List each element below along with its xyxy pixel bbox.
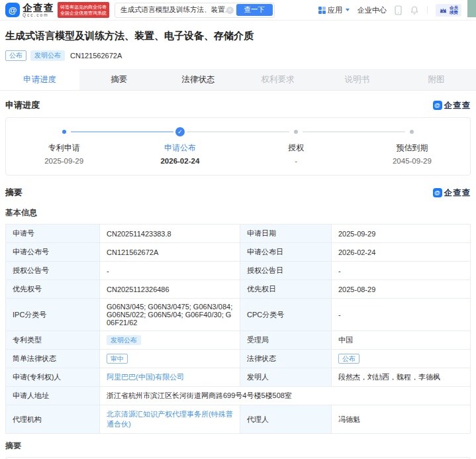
field-label: 申请号 — [6, 225, 100, 243]
tab-legal-status[interactable]: 法律状态 — [159, 69, 238, 90]
field-label: 代理机构 — [6, 405, 100, 434]
chevron-down-icon — [346, 9, 350, 11]
field-value: 2025-08-29 — [332, 280, 471, 299]
bell-icon[interactable] — [410, 5, 419, 15]
field-label: 授权公告日 — [240, 262, 332, 280]
brand-name: 企查查 — [23, 3, 54, 13]
qcc-brand-badge: @ 企查查 — [433, 187, 471, 199]
tab-application-progress[interactable]: 申请进度 — [0, 69, 79, 90]
applicant-link[interactable]: 阿里巴巴(中国)有限公司 — [107, 373, 184, 381]
table-row: 专利类型 发明公布 受理局 中国 — [6, 331, 471, 350]
field-value: 冯德魁 — [332, 405, 471, 434]
field-value: - — [332, 299, 471, 331]
apps-menu[interactable]: 应用 — [318, 5, 350, 15]
enterprise-center-link[interactable]: 企业中心 — [357, 5, 387, 15]
field-value: 段然杰，刘劼西，魏程，李德枫 — [332, 368, 471, 387]
timeline-step-grant: 授权 - — [238, 127, 354, 165]
page-title: 生成式语言模型及训练方法、装置、电子设备、存储介质 — [5, 30, 471, 42]
timeline-step-publication: ✓ 申请公布 2026-02-24 — [122, 127, 238, 165]
progress-section-title: 申请进度 — [5, 99, 40, 111]
agency-link[interactable]: 北京清源汇知识产权代理事务所(特殊普通合伙) — [107, 410, 233, 428]
mobile-app-icon[interactable] — [395, 5, 402, 15]
field-label: 申请公布号 — [6, 243, 100, 262]
table-row: 授权公告号 - 授权公告日 - — [6, 262, 471, 280]
field-value: G06N3/045; G06N3/0475; G06N3/084; G06N5/… — [100, 299, 240, 331]
vip-renew-button[interactable]: 会员 续费 — [436, 4, 461, 17]
top-bar: @ 企查查 Qcc.com 铸造有远见的商业传奇 全国企业信用查询系统 × 查一… — [0, 0, 476, 21]
field-label: 专利类型 — [6, 331, 100, 350]
field-value: 审中 — [100, 350, 240, 368]
tab-figures[interactable]: 附图 — [397, 69, 476, 90]
legal-status-badge: 公布 — [338, 354, 359, 364]
qcc-mini-logo-icon: @ — [433, 188, 442, 197]
basic-info-title: 基本信息 — [5, 207, 471, 219]
table-row: 申请(专利权)人 阿里巴巴(中国)有限公司 发明人 段然杰，刘劼西，魏程，李德枫 — [6, 368, 471, 387]
field-label: IPC分类号 — [6, 299, 100, 331]
table-row: 代理机构 北京清源汇知识产权代理事务所(特殊普通合伙) 代理人 冯德魁 — [6, 405, 471, 434]
divider — [427, 6, 428, 14]
field-label: CPC分类号 — [240, 299, 332, 331]
field-value: CN2025112326486 — [100, 280, 240, 299]
field-label: 法律状态 — [240, 350, 332, 368]
table-row: IPC分类号 G06N3/045; G06N3/0475; G06N3/084;… — [6, 299, 471, 331]
table-row: 简单法律状态 审中 法律状态 公布 — [6, 350, 471, 368]
search-input[interactable] — [120, 6, 226, 14]
top-nav: 应用 企业中心 会员 续费 — [318, 4, 471, 17]
field-label: 优先权号 — [6, 280, 100, 299]
tab-claims[interactable]: 权利要求 — [238, 69, 317, 90]
field-label: 代理人 — [240, 405, 332, 434]
search-button[interactable]: 查一下 — [236, 4, 273, 16]
field-label: 申请(专利权)人 — [6, 368, 100, 387]
field-value: - — [332, 262, 471, 280]
field-label: 申请人地址 — [6, 387, 100, 405]
field-value: - — [100, 262, 240, 280]
field-value: 2025-09-29 — [332, 225, 471, 243]
step-dot-icon — [294, 130, 298, 134]
patent-header: 生成式语言模型及训练方法、装置、电子设备、存储介质 公布 发明公布 CN1215… — [0, 21, 476, 69]
clear-search-icon[interactable]: × — [226, 7, 234, 14]
slogan-badge: 铸造有远见的商业传奇 全国企业信用查询系统 — [58, 2, 109, 18]
step-dot-icon — [410, 130, 414, 134]
timeline-step-estimated-expiry: 预估到期 2045-09-29 — [354, 127, 470, 165]
application-timeline: 专利申请 2025-09-29 ✓ 申请公布 2026-02-24 授权 - 预… — [5, 117, 471, 176]
field-value: 北京清源汇知识产权代理事务所(特殊普通合伙) — [100, 405, 240, 434]
patent-type-badge: 发明公布 — [107, 335, 141, 345]
apps-grid-icon — [318, 7, 326, 14]
brand-domain: Qcc.com — [23, 13, 54, 17]
table-row: 申请号 CN202511423383.8 申请日期 2025-09-29 — [6, 225, 471, 243]
field-value: 浙江省杭州市滨江区长河街道网商路699号4号楼5楼508室 — [100, 387, 471, 405]
qcc-logo-icon: @ — [5, 3, 20, 17]
tab-summary[interactable]: 摘要 — [79, 69, 159, 90]
step-dot-icon — [62, 130, 66, 134]
table-row: 申请公布号 CN121562672A 申请公布日 2026-02-24 — [6, 243, 471, 262]
publication-number: CN121562672A — [70, 52, 122, 60]
field-value: 公布 — [332, 350, 471, 368]
type-badge: 发明公布 — [30, 50, 65, 61]
abstract-title: 摘要 — [5, 440, 471, 452]
tab-bar: 申请进度 摘要 法律状态 权利要求 说明书 附图 — [0, 69, 476, 91]
field-value: 2026-02-24 — [332, 243, 471, 262]
crown-icon — [439, 6, 448, 15]
field-value: 中国 — [332, 331, 471, 350]
field-label: 申请日期 — [240, 225, 332, 243]
simple-legal-status-badge: 审中 — [107, 354, 128, 364]
timeline-step-filing: 专利申请 2025-09-29 — [6, 127, 122, 165]
qcc-logo[interactable]: @ 企查查 Qcc.com 铸造有远见的商业传奇 全国企业信用查询系统 — [5, 2, 109, 18]
qcc-mini-logo-icon: @ — [433, 101, 442, 110]
field-value: CN121562672A — [100, 243, 240, 262]
tab-description[interactable]: 说明书 — [317, 69, 397, 90]
basic-info-table: 申请号 CN202511423383.8 申请日期 2025-09-29 申请公… — [5, 224, 471, 434]
field-label: 申请公布日 — [240, 243, 332, 262]
summary-section-title: 摘要 — [5, 187, 23, 199]
main-content: 申请进度 @ 企查查 专利申请 2025-09-29 ✓ 申请公布 2026-0… — [0, 99, 476, 459]
edge-cutoff-element — [467, 0, 476, 17]
qcc-brand-badge: @ 企查查 — [433, 100, 471, 111]
step-check-icon: ✓ — [175, 127, 185, 136]
table-row: 申请人地址 浙江省杭州市滨江区长河街道网商路699号4号楼5楼508室 — [6, 387, 471, 405]
table-row: 优先权号 CN2025112326486 优先权日 2025-08-29 — [6, 280, 471, 299]
field-label: 优先权日 — [240, 280, 332, 299]
field-value: 阿里巴巴(中国)有限公司 — [100, 368, 240, 387]
field-value: CN202511423383.8 — [100, 225, 240, 243]
field-label: 简单法律状态 — [6, 350, 100, 368]
search-bar: × 查一下 — [115, 3, 275, 18]
